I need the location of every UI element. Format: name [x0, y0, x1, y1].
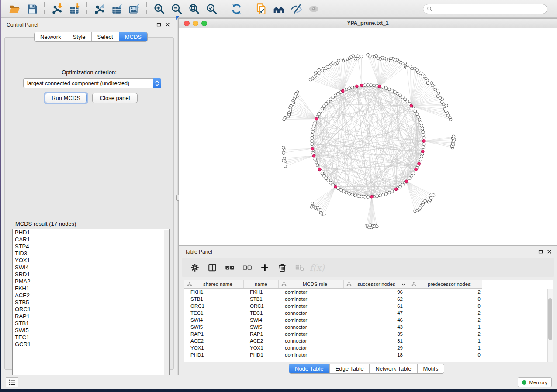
result-node[interactable]: SRD1 — [13, 271, 169, 278]
graph-node[interactable] — [429, 194, 432, 197]
graph-node[interactable] — [420, 155, 423, 158]
zoom-fit-button[interactable] — [185, 1, 203, 16]
delete-row-button[interactable] — [275, 260, 290, 275]
graph-node[interactable] — [422, 143, 425, 146]
graph-node[interactable] — [388, 191, 391, 194]
graph-node[interactable] — [348, 192, 351, 195]
export-table-button[interactable] — [108, 1, 125, 16]
run-mcds-button[interactable]: Run MCDS — [45, 93, 87, 103]
import-network-button[interactable] — [48, 1, 66, 16]
tab-node-table[interactable]: Node Table — [289, 364, 329, 373]
graph-node[interactable] — [382, 193, 385, 196]
graph-node[interactable] — [322, 213, 325, 216]
table-row[interactable]: PHD1PHD1dominator180 — [184, 351, 547, 358]
result-node[interactable]: CAR1 — [13, 236, 169, 243]
export-image-button[interactable] — [125, 1, 143, 16]
graph-node[interactable] — [312, 127, 315, 130]
close-panel-button[interactable]: Close panel — [92, 93, 138, 103]
open-session-button[interactable] — [6, 1, 23, 16]
network-titlebar[interactable]: YPA_prune.txt_1 — [179, 19, 557, 28]
mcds-hub-node[interactable] — [318, 168, 321, 171]
graph-node[interactable] — [337, 92, 340, 95]
result-list-scrollbar[interactable] — [164, 230, 169, 382]
graph-node[interactable] — [373, 84, 376, 87]
graph-node[interactable] — [430, 82, 433, 85]
graph-node[interactable] — [318, 113, 321, 116]
mcds-hub-node[interactable] — [312, 154, 315, 157]
apply-layout-button[interactable] — [228, 1, 245, 16]
result-node[interactable]: RAP1 — [13, 313, 169, 320]
graph-node[interactable] — [351, 86, 354, 89]
table-row[interactable]: SWI5SWI5connector431 — [184, 323, 547, 330]
deselect-all-rows-button[interactable] — [240, 260, 255, 275]
graph-node[interactable] — [370, 84, 373, 87]
graph-node[interactable] — [415, 113, 419, 116]
graph-node[interactable] — [314, 121, 317, 124]
graph-node[interactable] — [422, 136, 425, 139]
graph-node[interactable] — [391, 190, 394, 193]
graph-node[interactable] — [382, 86, 385, 89]
table-row[interactable]: TEC1TEC1connector472 — [184, 309, 547, 316]
table-scrollbar-thumb[interactable] — [548, 298, 552, 340]
graph-node[interactable] — [311, 136, 314, 139]
float-panel-icon[interactable] — [156, 22, 161, 27]
zoom-in-button[interactable] — [150, 1, 168, 16]
graph-node[interactable] — [417, 115, 420, 118]
network-canvas[interactable] — [179, 28, 557, 245]
mcds-result-list[interactable]: PHD1CAR1STP4TID3YOX1SWI4SRD1PMA2FKH1ACE2… — [12, 229, 170, 383]
export-network-button[interactable] — [90, 1, 108, 16]
graph-node[interactable] — [357, 195, 360, 198]
result-node[interactable]: TEC1 — [13, 334, 169, 341]
tab-network[interactable]: Network — [35, 32, 67, 41]
graph-node[interactable] — [294, 92, 298, 95]
column-header-name[interactable]: name — [244, 280, 279, 288]
mcds-hub-node[interactable] — [311, 147, 314, 150]
table-settings-button[interactable] — [187, 260, 202, 275]
graph-node[interactable] — [345, 88, 348, 91]
graph-node[interactable] — [422, 133, 425, 136]
close-table-panel-icon[interactable] — [547, 249, 552, 254]
graph-node[interactable] — [432, 194, 435, 197]
result-node[interactable]: GCR1 — [13, 341, 169, 348]
mcds-hub-node[interactable] — [356, 85, 359, 88]
graph-node[interactable] — [354, 194, 357, 197]
node-table[interactable]: shared namenameMCDS rolesuccessor nodesp… — [184, 280, 553, 362]
tab-motifs[interactable]: Motifs — [417, 364, 444, 373]
network-graph[interactable] — [179, 28, 557, 245]
graph-node[interactable] — [360, 195, 363, 198]
mcds-hub-node[interactable] — [341, 89, 344, 93]
result-node[interactable]: ACE2 — [13, 292, 169, 299]
graph-node[interactable] — [399, 94, 402, 97]
column-header-shared-name[interactable]: shared name — [184, 280, 244, 288]
graph-node[interactable] — [420, 124, 423, 127]
graph-node[interactable] — [342, 190, 345, 193]
graph-node[interactable] — [314, 71, 317, 74]
graph-node[interactable] — [318, 68, 321, 71]
graph-node[interactable] — [348, 87, 351, 90]
table-row[interactable]: STB1STB1dominator620 — [184, 296, 547, 303]
mcds-hub-node[interactable] — [360, 84, 363, 87]
column-header-successor-nodes[interactable]: successor nodes — [344, 280, 408, 288]
zoom-out-button[interactable] — [168, 1, 185, 16]
result-node[interactable]: SWI4 — [13, 264, 169, 271]
search-box[interactable] — [423, 4, 547, 14]
graph-node[interactable] — [313, 124, 316, 127]
graph-node[interactable] — [394, 91, 397, 94]
result-node[interactable]: TID3 — [13, 250, 169, 257]
tab-select[interactable]: Select — [91, 32, 119, 41]
graph-node[interactable] — [314, 158, 317, 161]
mcds-hub-node[interactable] — [315, 117, 318, 120]
memory-button[interactable]: Memory — [518, 377, 552, 387]
add-row-button[interactable] — [257, 260, 272, 275]
graph-node[interactable] — [377, 57, 380, 60]
graph-node[interactable] — [367, 196, 370, 199]
graph-node[interactable] — [405, 66, 408, 69]
graph-node[interactable] — [379, 194, 382, 197]
graph-node[interactable] — [332, 183, 335, 186]
mcds-hub-node[interactable] — [418, 162, 421, 165]
clone-network-button[interactable] — [253, 1, 270, 16]
result-node[interactable]: SWI5 — [13, 327, 169, 334]
graph-node[interactable] — [319, 110, 322, 113]
hide-selected-button[interactable] — [287, 1, 305, 16]
graph-node[interactable] — [351, 193, 354, 196]
